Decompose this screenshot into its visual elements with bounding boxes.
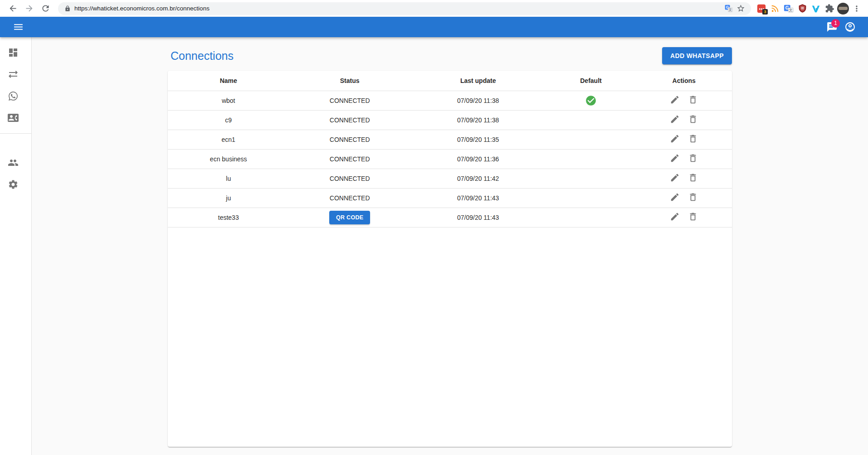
account-circle-icon	[844, 21, 856, 33]
ublock-origin-button[interactable]	[795, 2, 809, 15]
default-check-icon	[585, 95, 597, 106]
star-icon	[736, 4, 745, 13]
connection-name: c9	[168, 110, 289, 130]
connection-name: wbot	[168, 91, 289, 110]
delete-connection-button[interactable]	[686, 132, 700, 147]
edit-pencil-icon	[670, 212, 680, 222]
delete-connection-button[interactable]	[686, 190, 700, 205]
edit-connection-button[interactable]	[668, 210, 682, 225]
back-button[interactable]	[6, 2, 20, 15]
edit-connection-button[interactable]	[668, 171, 682, 186]
connection-status: QR CODE	[289, 208, 410, 227]
lock-icon	[64, 5, 71, 12]
delete-trash-icon	[688, 192, 698, 202]
connection-last-update: 07/09/20 11:36	[410, 149, 546, 169]
connection-actions	[636, 149, 732, 169]
bookmark-button[interactable]	[735, 3, 746, 15]
browser-menu-button[interactable]	[850, 2, 863, 15]
connection-default-cell	[546, 188, 636, 208]
column-header-actions: Actions	[636, 71, 732, 91]
add-whatsapp-button[interactable]: ADD WHATSAPP	[662, 47, 732, 64]
delete-trash-icon	[688, 212, 698, 222]
column-header-status: Status	[289, 71, 410, 91]
connection-actions	[636, 169, 732, 188]
edit-pencil-icon	[670, 134, 680, 144]
sidebar-item-contacts[interactable]	[0, 107, 31, 129]
app-bar: 1	[0, 17, 868, 37]
delete-connection-button[interactable]	[686, 210, 700, 225]
profile-avatar-button[interactable]	[836, 2, 850, 15]
svg-text:文: 文	[729, 8, 732, 12]
connection-status: CONNECTED	[289, 91, 410, 110]
reload-button[interactable]	[39, 2, 52, 15]
connection-actions	[636, 188, 732, 208]
notification-badge: 1	[831, 19, 840, 28]
edit-connection-button[interactable]	[668, 151, 682, 166]
delete-trash-icon	[688, 134, 698, 144]
sidebar-toggle-button[interactable]	[9, 18, 27, 36]
notifications-button[interactable]: 1	[823, 18, 841, 36]
table-row: c9 CONNECTED 07/09/20 11:38	[168, 110, 732, 130]
connection-last-update: 07/09/20 11:42	[410, 169, 546, 188]
whatsapp-icon	[8, 91, 19, 102]
translate-page-button[interactable]: G 文	[723, 3, 735, 15]
connection-actions	[636, 208, 732, 227]
extensions-puzzle-button[interactable]	[823, 2, 836, 15]
sidebar-item-connections[interactable]	[0, 63, 31, 85]
delete-trash-icon	[688, 95, 698, 105]
table-row: teste33 QR CODE 07/09/20 11:43	[168, 208, 732, 227]
qr-code-button[interactable]: QR CODE	[329, 211, 370, 224]
column-header-default: Default	[546, 71, 636, 91]
edit-connection-button[interactable]	[668, 112, 682, 127]
table-row: lu CONNECTED 07/09/20 11:42	[168, 169, 732, 188]
connection-last-update: 07/09/20 11:35	[410, 130, 546, 149]
connection-name: teste33	[168, 208, 289, 227]
forward-button[interactable]	[22, 2, 36, 15]
url-text[interactable]: https://whaticket.economicros.com.br/con…	[74, 5, 723, 12]
contact-phone-icon	[8, 112, 19, 123]
extension-badge: 3	[762, 9, 768, 15]
delete-connection-button[interactable]	[686, 93, 700, 108]
connection-status: CONNECTED	[289, 130, 410, 149]
sidebar-item-dashboard[interactable]	[0, 42, 31, 63]
sidebar-item-users[interactable]	[0, 152, 31, 174]
edit-connection-button[interactable]	[668, 93, 682, 108]
vimeo-downloader-button[interactable]	[809, 2, 823, 15]
connection-status: CONNECTED	[289, 110, 410, 130]
delete-trash-icon	[688, 114, 698, 124]
connection-status: CONNECTED	[289, 169, 410, 188]
address-bar[interactable]: https://whaticket.economicros.com.br/con…	[58, 2, 751, 15]
delete-connection-button[interactable]	[686, 171, 700, 186]
red-extension-button[interactable]: 3	[755, 2, 768, 15]
rss-extension-button[interactable]	[768, 2, 782, 15]
browser-toolbar: https://whaticket.economicros.com.br/con…	[0, 0, 868, 17]
connection-default-cell	[546, 91, 636, 110]
google-translate-extension-button[interactable]: G 文	[782, 2, 795, 15]
edit-pencil-icon	[670, 114, 680, 124]
connection-status: CONNECTED	[289, 188, 410, 208]
svg-text:文: 文	[789, 8, 793, 12]
connection-name: ju	[168, 188, 289, 208]
extensions-area: 3 G 文	[755, 2, 863, 15]
edit-pencil-icon	[670, 95, 680, 105]
dashboard-icon	[8, 47, 19, 58]
connection-last-update: 07/09/20 11:38	[410, 91, 546, 110]
settings-gear-icon	[8, 179, 19, 190]
page-title: Connections	[168, 49, 234, 63]
swap-connections-icon	[8, 69, 19, 80]
connection-default-cell	[546, 149, 636, 169]
people-icon	[8, 157, 19, 168]
puzzle-icon	[825, 4, 834, 13]
reload-icon	[41, 4, 50, 13]
connection-last-update: 07/09/20 11:43	[410, 188, 546, 208]
edit-connection-button[interactable]	[668, 132, 682, 147]
delete-connection-button[interactable]	[686, 112, 700, 127]
connection-name: ecn business	[168, 149, 289, 169]
delete-connection-button[interactable]	[686, 151, 700, 166]
connection-actions	[636, 91, 732, 110]
sidebar-item-settings[interactable]	[0, 174, 31, 195]
edit-connection-button[interactable]	[668, 190, 682, 205]
column-header-name: Name	[168, 71, 289, 91]
account-menu-button[interactable]	[841, 18, 859, 36]
sidebar-item-tickets[interactable]	[0, 85, 31, 107]
